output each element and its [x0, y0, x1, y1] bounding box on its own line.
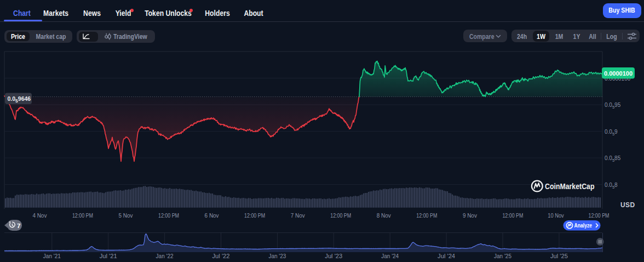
- svg-text:0.0595: 0.0595: [605, 102, 621, 110]
- svg-text:Jul '21: Jul '21: [100, 253, 117, 259]
- svg-text:12:00 PM: 12:00 PM: [244, 212, 265, 219]
- svg-text:USD: USD: [620, 201, 635, 209]
- svg-text:0.059: 0.059: [605, 129, 618, 136]
- svg-text:0.058: 0.058: [605, 182, 618, 190]
- svg-text:0.0000100: 0.0000100: [604, 70, 633, 77]
- svg-text:12:00 PM: 12:00 PM: [158, 212, 179, 219]
- svg-text:Jul '25: Jul '25: [550, 253, 568, 259]
- svg-text:Jul '23: Jul '23: [325, 253, 342, 259]
- svg-text:5 Nov: 5 Nov: [119, 212, 134, 219]
- svg-text:Jan '25: Jan '25: [494, 253, 511, 259]
- svg-text:12:00 PM: 12:00 PM: [416, 212, 437, 219]
- svg-text:Jan '24: Jan '24: [381, 253, 399, 259]
- svg-text:12:00 PM: 12:00 PM: [72, 212, 93, 219]
- svg-text:Jan '23: Jan '23: [268, 253, 286, 259]
- svg-text:7: 7: [17, 223, 20, 229]
- svg-text:12:00 PM: 12:00 PM: [589, 212, 610, 219]
- svg-text:7 Nov: 7 Nov: [291, 212, 306, 219]
- svg-text:10 Nov: 10 Nov: [548, 212, 564, 219]
- svg-text:Jul '22: Jul '22: [212, 253, 230, 259]
- svg-text:0.0585: 0.0585: [605, 155, 621, 163]
- svg-text:Analyze: Analyze: [574, 222, 593, 229]
- svg-text:Jan '21: Jan '21: [43, 253, 61, 259]
- svg-text:6 Nov: 6 Nov: [205, 212, 220, 219]
- svg-text:12:00 PM: 12:00 PM: [502, 212, 523, 219]
- svg-text:8 Nov: 8 Nov: [377, 212, 392, 219]
- svg-text:9 Nov: 9 Nov: [463, 212, 478, 219]
- svg-text:Jul '24: Jul '24: [438, 253, 455, 259]
- svg-text:Jan '22: Jan '22: [156, 253, 174, 259]
- svg-text:12:00 PM: 12:00 PM: [330, 212, 351, 219]
- svg-text:CoinMarketCap: CoinMarketCap: [545, 181, 595, 191]
- svg-text:4 Nov: 4 Nov: [32, 212, 47, 219]
